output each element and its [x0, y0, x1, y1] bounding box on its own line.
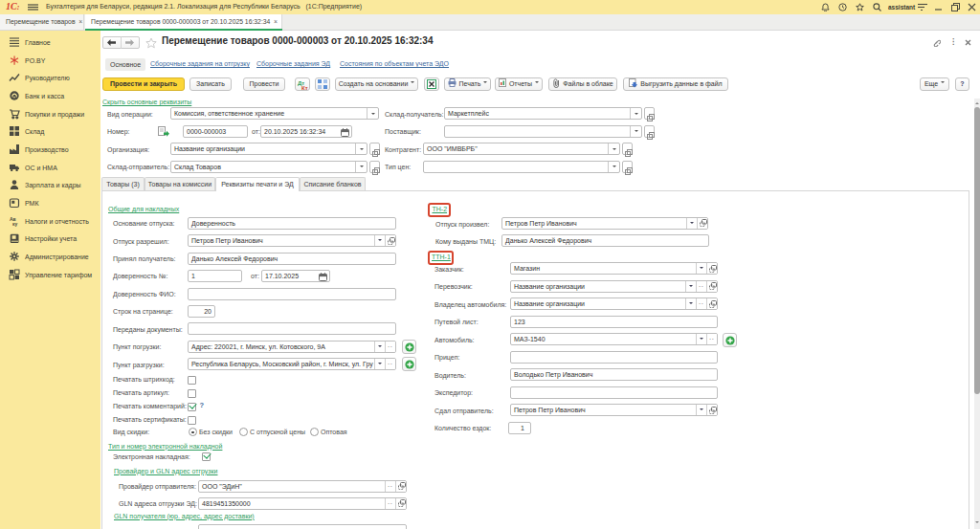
svg-text:ку: ку: [12, 221, 18, 227]
